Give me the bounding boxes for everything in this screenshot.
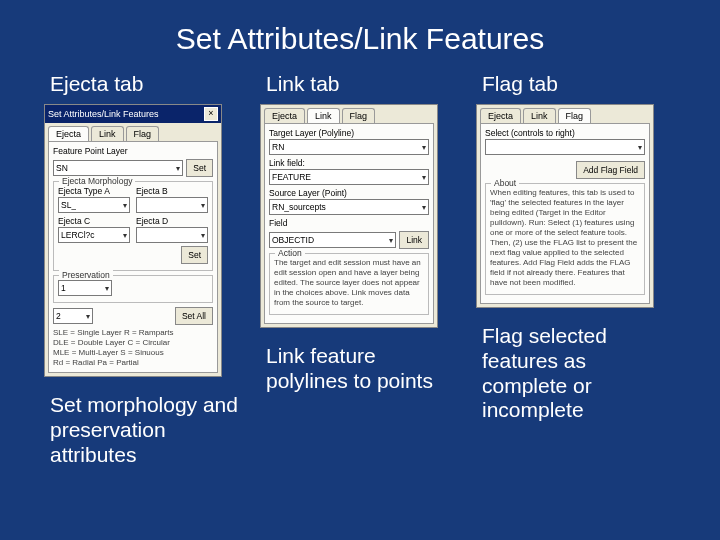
ejecta-b-dropdown[interactable]: ▾ xyxy=(136,197,208,213)
tab-ejecta[interactable]: Ejecta xyxy=(48,126,89,141)
col-heading-ejecta: Ejecta tab xyxy=(44,72,143,96)
tab-link[interactable]: Link xyxy=(307,108,340,123)
field-label: Field xyxy=(269,218,429,228)
chevron-down-icon: ▾ xyxy=(105,284,109,293)
link-action-caption: Action xyxy=(275,248,305,258)
feature-point-layer-label: Feature Point Layer xyxy=(53,146,213,156)
chevron-down-icon: ▾ xyxy=(176,164,180,173)
col-caption-link: Link feature polylines to points xyxy=(260,344,460,394)
ejecta-morphology-caption: Ejecta Morphology xyxy=(59,176,135,186)
link-button[interactable]: Link xyxy=(399,231,429,249)
dialog-titlebar: Set Attributes/Link Features × xyxy=(45,105,221,123)
flag-select-dropdown[interactable]: ▾ xyxy=(485,139,645,155)
flag-select-label: Select (controls to right) xyxy=(485,128,645,138)
add-flag-field-button[interactable]: Add Flag Field xyxy=(576,161,645,179)
chevron-down-icon: ▾ xyxy=(201,201,205,210)
target-layer-label: Target Layer (Polyline) xyxy=(269,128,429,138)
preservation-caption: Preservation xyxy=(59,270,113,280)
ejecta-legend: SLE = Single Layer R = Ramparts DLE = Do… xyxy=(53,328,213,368)
dialog-ejecta: Set Attributes/Link Features × Ejecta Li… xyxy=(44,104,222,377)
link-field-dropdown[interactable]: FEATURE▾ xyxy=(269,169,429,185)
flag-about-text: When editing features, this tab is used … xyxy=(490,188,640,288)
col-caption-flag: Flag selected features as complete or in… xyxy=(476,324,676,423)
col-caption-ejecta: Set morphology and preservation attribut… xyxy=(44,393,244,467)
chevron-down-icon: ▾ xyxy=(422,143,426,152)
target-layer-dropdown[interactable]: RN▾ xyxy=(269,139,429,155)
set-morphology-button[interactable]: Set xyxy=(181,246,208,264)
ejecta-b-label: Ejecta B xyxy=(136,186,208,196)
quick-num-dropdown[interactable]: 2▾ xyxy=(53,308,93,324)
ejecta-d-label: Ejecta D xyxy=(136,216,208,226)
chevron-down-icon: ▾ xyxy=(638,143,642,152)
chevron-down-icon: ▾ xyxy=(389,236,393,245)
source-layer-label: Source Layer (Point) xyxy=(269,188,429,198)
tab-flag[interactable]: Flag xyxy=(126,126,160,141)
slide-title: Set Attributes/Link Features xyxy=(0,0,720,56)
link-action-group: Action The target and edit session must … xyxy=(269,253,429,315)
chevron-down-icon: ▾ xyxy=(123,231,127,240)
tabstrip-flag: Ejecta Link Flag xyxy=(477,105,653,123)
chevron-down-icon: ▾ xyxy=(422,173,426,182)
ejecta-morphology-group: Ejecta Morphology Ejecta Type A SL_▾ Eje… xyxy=(53,181,213,271)
ejecta-type-a-dropdown[interactable]: SL_▾ xyxy=(58,197,130,213)
flag-about-group: About When editing features, this tab is… xyxy=(485,183,645,295)
set-all-button[interactable]: Set All xyxy=(175,307,213,325)
tab-ejecta[interactable]: Ejecta xyxy=(264,108,305,123)
chevron-down-icon: ▾ xyxy=(422,203,426,212)
ejecta-c-dropdown[interactable]: LERCl?c▾ xyxy=(58,227,130,243)
link-field-label: Link field: xyxy=(269,158,429,168)
tab-link[interactable]: Link xyxy=(91,126,124,141)
field-dropdown[interactable]: OBJECTID▾ xyxy=(269,232,396,248)
preservation-group: Preservation 1▾ xyxy=(53,275,213,303)
close-icon[interactable]: × xyxy=(204,107,218,121)
tabstrip-ejecta: Ejecta Link Flag xyxy=(45,123,221,141)
chevron-down-icon: ▾ xyxy=(201,231,205,240)
link-action-text: The target and edit session must have an… xyxy=(274,258,424,308)
ejecta-d-dropdown[interactable]: ▾ xyxy=(136,227,208,243)
flag-about-caption: About xyxy=(491,178,519,188)
dialog-title-text: Set Attributes/Link Features xyxy=(48,109,204,119)
tab-flag[interactable]: Flag xyxy=(342,108,376,123)
tab-ejecta[interactable]: Ejecta xyxy=(480,108,521,123)
tab-flag[interactable]: Flag xyxy=(558,108,592,123)
set-layer-button[interactable]: Set xyxy=(186,159,213,177)
dialog-link: Ejecta Link Flag Target Layer (Polyline)… xyxy=(260,104,438,328)
source-layer-dropdown[interactable]: RN_sourcepts▾ xyxy=(269,199,429,215)
col-heading-flag: Flag tab xyxy=(476,72,558,96)
col-heading-link: Link tab xyxy=(260,72,340,96)
preservation-dropdown[interactable]: 1▾ xyxy=(58,280,112,296)
tabstrip-link: Ejecta Link Flag xyxy=(261,105,437,123)
dialog-flag: Ejecta Link Flag Select (controls to rig… xyxy=(476,104,654,308)
chevron-down-icon: ▾ xyxy=(86,312,90,321)
chevron-down-icon: ▾ xyxy=(123,201,127,210)
ejecta-c-label: Ejecta C xyxy=(58,216,130,226)
tab-link[interactable]: Link xyxy=(523,108,556,123)
feature-point-layer-dropdown[interactable]: SN▾ xyxy=(53,160,183,176)
ejecta-type-a-label: Ejecta Type A xyxy=(58,186,130,196)
